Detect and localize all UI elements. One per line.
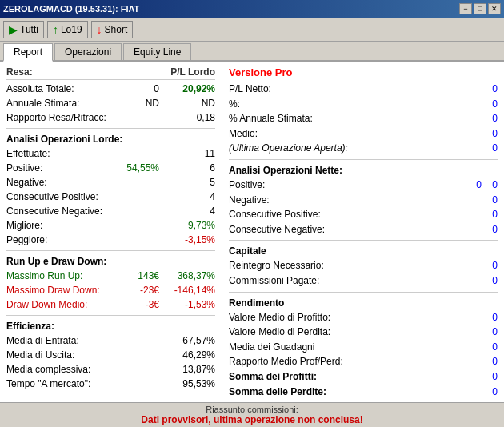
- media-complessiva-val: 13,87%: [159, 362, 215, 377]
- reintegro-label: Reintegro Necessario:: [229, 258, 482, 273]
- close-button[interactable]: ✕: [488, 3, 501, 14]
- drawdown-medio-val2: -1,53%: [159, 297, 215, 312]
- tempo-mercato-label: Tempo "A mercato":: [6, 377, 119, 391]
- media-uscita-row: Media di Uscita: 46,29%: [6, 348, 215, 362]
- somma-perdite-label: Somma delle Perdite:: [229, 385, 482, 400]
- pl-netto-val: 0: [482, 82, 498, 97]
- cons-positive-label: Consecutive Positive:: [6, 190, 119, 204]
- commissioni-row: Commissioni Pagate: 0: [229, 273, 498, 289]
- analisi-nette-title: Analisi Operazioni Nette:: [229, 165, 498, 176]
- valore-medio-perd-label: Valore Medio di Perdita:: [229, 325, 482, 340]
- bottom-bar: Riassunto commissioni: Dati provvisori, …: [0, 402, 504, 426]
- negative-lorde-row: Negative: 5: [6, 175, 215, 190]
- efficienza-title: Efficienza:: [6, 321, 215, 332]
- effettuate-val: 11: [159, 146, 215, 161]
- cons-positive-nette-row: Consecutive Positive: 0: [229, 207, 498, 222]
- cons-negative-nette-val: 0: [482, 222, 498, 237]
- percent-val: 0: [482, 97, 498, 112]
- annuale-val2: ND: [159, 96, 215, 110]
- tab-report[interactable]: Report: [3, 43, 53, 62]
- lo19-button[interactable]: ↑ Lo19: [47, 21, 88, 38]
- media-guadagni-row: Media dei Guadagni 0: [229, 340, 498, 355]
- reintegro-val: 0: [482, 258, 498, 273]
- resa-title: Resa:: [6, 66, 33, 78]
- effettuate-row: Effettuate: 11: [6, 146, 215, 161]
- resa-header: Resa: P/L Lordo: [6, 66, 215, 80]
- cons-negative-nette-label: Consecutive Negative:: [229, 222, 482, 237]
- capitale-title: Capitale: [229, 245, 498, 257]
- migliore-label: Migliore:: [6, 218, 119, 233]
- percent-annuale-label: % Annuale Stimata:: [229, 111, 482, 126]
- positive-nette-row: Positive: 0 0: [229, 178, 498, 193]
- runup-title: Run Up e Draw Down:: [6, 256, 215, 267]
- toolbar: ▶ Tutti ↑ Lo19 ↓ Short: [0, 18, 504, 42]
- media-uscita-val: 46,29%: [159, 348, 215, 362]
- media-complessiva-label: Media complessiva:: [6, 362, 119, 377]
- rapporto-val: 0,18: [159, 110, 215, 125]
- assoluta-label: Assoluta Totale:: [6, 82, 119, 96]
- window-controls: − □ ✕: [459, 3, 501, 14]
- peggiore-label: Peggiore:: [6, 233, 119, 247]
- tempo-mercato-val: 95,53%: [159, 377, 215, 391]
- ultima-op-row: (Ultima Operazione Aperta): 0: [229, 141, 498, 156]
- positive-lorde-val2: 6: [159, 161, 215, 175]
- drawdown-medio-label: Draw Down Medio:: [6, 297, 119, 312]
- somma-perdite-row: Somma delle Perdite: 0: [229, 385, 498, 400]
- drawdown-medio-val1: -3€: [119, 297, 159, 312]
- annuale-label: Annuale Stimata:: [6, 96, 119, 110]
- minimize-button[interactable]: −: [459, 3, 472, 14]
- peggiore-val: -3,15%: [159, 233, 215, 247]
- effettuate-label: Effettuate:: [6, 146, 119, 161]
- rendimento-title: Rendimento: [229, 297, 498, 309]
- cons-positive-nette-val: 0: [482, 207, 498, 222]
- tutti-label: Tutti: [20, 24, 38, 35]
- short-button[interactable]: ↓ Short: [91, 21, 134, 38]
- somma-perdite-val: 0: [482, 385, 498, 400]
- tutti-button[interactable]: ▶ Tutti: [3, 21, 44, 38]
- tutti-icon: ▶: [9, 23, 18, 36]
- valore-medio-perd-val: 0: [482, 325, 498, 340]
- short-label: Short: [105, 24, 128, 35]
- migliore-row: Migliore: 9,73%: [6, 218, 215, 233]
- mass-drawdown-val1: -23€: [119, 283, 159, 297]
- rapporto-medio-val: 0: [482, 354, 498, 369]
- migliore-val: 9,73%: [159, 218, 215, 233]
- left-panel: Resa: P/L Lordo Assoluta Totale: 0 20,92…: [0, 62, 222, 402]
- medio-label: Medio:: [229, 126, 482, 142]
- negative-nette-row: Negative: 0: [229, 193, 498, 208]
- window-title: ZEROLAGMACD (19.53.31): FIAT: [3, 4, 139, 14]
- short-icon: ↓: [97, 23, 102, 36]
- medio-val: 0: [482, 126, 498, 142]
- valore-medio-prof-label: Valore Medio di Profitto:: [229, 310, 482, 325]
- media-complessiva-row: Media complessiva: 13,87%: [6, 362, 215, 377]
- medio-row: Medio: 0: [229, 126, 498, 142]
- right-panel: Versione Pro P/L Netto: 0 %: 0 % Annuale…: [222, 62, 504, 402]
- tab-equity-line[interactable]: Equity Line: [123, 43, 191, 60]
- media-entrata-label: Media di Entrata:: [6, 333, 119, 348]
- positive-nette-label: Positive:: [229, 178, 458, 193]
- cons-positive-row: Consecutive Positive: 4: [6, 190, 215, 204]
- assoluta-row: Assoluta Totale: 0 20,92%: [6, 82, 215, 96]
- cons-negative-val: 4: [159, 204, 215, 218]
- pl-netto-label: P/L Netto:: [229, 82, 482, 97]
- cons-negative-row: Consecutive Negative: 4: [6, 204, 215, 218]
- rapporto-somme-row: Rapporto Somme Prof/Perd: 0: [229, 399, 498, 402]
- positive-nette-val1: 0: [458, 178, 482, 193]
- maximize-button[interactable]: □: [474, 3, 486, 14]
- positive-lorde-label: Positive:: [6, 161, 119, 175]
- cons-negative-nette-row: Consecutive Negative: 0: [229, 222, 498, 237]
- media-guadagni-val: 0: [482, 340, 498, 355]
- mass-runup-row: Massimo Run Up: 143€ 368,37%: [6, 269, 215, 283]
- tab-operazioni[interactable]: Operazioni: [54, 43, 122, 60]
- media-uscita-label: Media di Uscita:: [6, 348, 119, 362]
- bottom-warning: Dati provvisori, ultima operazione non c…: [141, 414, 362, 425]
- cons-positive-val: 4: [159, 190, 215, 204]
- percent-label: %:: [229, 97, 482, 112]
- positive-nette-val2: 0: [482, 178, 498, 193]
- version-pro-label: Versione Pro: [229, 66, 498, 78]
- reintegro-row: Reintegro Necessario: 0: [229, 258, 498, 273]
- drawdown-medio-row: Draw Down Medio: -3€ -1,53%: [6, 297, 215, 312]
- mass-runup-val2: 368,37%: [159, 269, 215, 283]
- commissioni-label: Commissioni Pagate:: [229, 273, 482, 289]
- mass-runup-val1: 143€: [119, 269, 159, 283]
